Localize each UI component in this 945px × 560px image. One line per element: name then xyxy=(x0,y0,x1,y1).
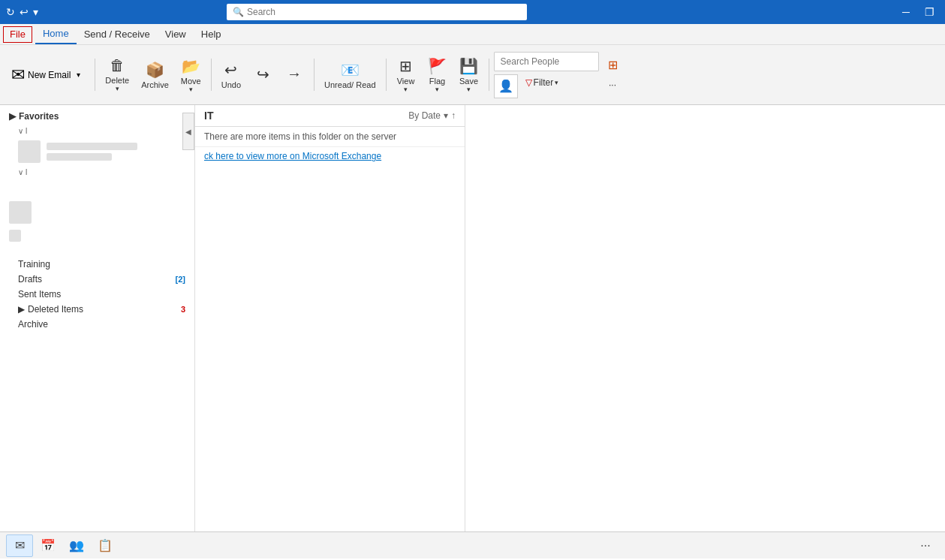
sidebar: ▶ Favorites ∨ I ∨ I xyxy=(0,105,195,531)
sidebar-item-training[interactable]: Training xyxy=(0,257,194,272)
email-folder-title: IT xyxy=(204,110,213,122)
move-button[interactable]: 📂 Move ▾ xyxy=(176,50,206,100)
ribbon-sep-3 xyxy=(314,59,314,91)
sidebar-item-archive[interactable]: Archive xyxy=(0,317,194,332)
reading-pane xyxy=(465,105,945,531)
title-bar: ↻ ↩ ▾ 🔍 ─ ❐ xyxy=(0,0,945,24)
sort-by-label: By Date xyxy=(408,110,441,121)
new-email-main-area[interactable]: ✉ New Email ▾ xyxy=(5,62,89,88)
new-email-envelope-icon: ✉ xyxy=(11,65,25,85)
title-bar-search-box[interactable]: 🔍 xyxy=(227,4,527,20)
archive-label: Archive xyxy=(141,80,169,89)
sort-direction-icon[interactable]: ↑ xyxy=(451,110,456,121)
forward-button[interactable]: → xyxy=(279,50,309,100)
window-minimize-button[interactable]: ─ xyxy=(898,6,914,18)
nav-people-button[interactable]: 👥 xyxy=(63,534,90,557)
filter-button[interactable]: ▽ Filter ▾ xyxy=(521,74,564,91)
nav-tasks-icon: 📋 xyxy=(98,538,113,552)
ribbon-view-group: ⊞ View ▾ 🚩 Flag ▾ 💾 Save ▾ xyxy=(391,48,484,101)
search-people-input[interactable] xyxy=(501,56,592,67)
menu-send-receive[interactable]: Send / Receive xyxy=(77,24,158,44)
nav-calendar-button[interactable]: 📅 xyxy=(35,534,62,557)
sidebar-loading-2 xyxy=(0,137,194,166)
redo-icon: ↪ xyxy=(257,65,269,83)
sidebar-content: ▶ Favorites ∨ I ∨ I xyxy=(0,105,194,531)
email-sort-controls[interactable]: By Date ▾ ↑ xyxy=(408,110,456,121)
main-layout: ▶ Favorites ∨ I ∨ I xyxy=(0,105,945,531)
view-button[interactable]: ⊞ View ▾ xyxy=(391,50,421,100)
unread-read-button[interactable]: 📧 Unread/ Read xyxy=(319,50,381,100)
move-label: Move xyxy=(181,77,201,86)
sort-dropdown-icon[interactable]: ▾ xyxy=(444,110,448,121)
drafts-folder-label: Drafts xyxy=(18,274,42,285)
undo-button[interactable]: ↩ Undo xyxy=(216,50,246,100)
filter-dropdown-arrow[interactable]: ▾ xyxy=(555,79,558,86)
nav-tasks-button[interactable]: 📋 xyxy=(92,534,119,557)
move-dropdown-arrow[interactable]: ▾ xyxy=(189,86,193,93)
archive-icon: 📦 xyxy=(146,61,164,79)
server-notice: There are more items in this folder on t… xyxy=(195,127,465,147)
menu-bar: File Home Send / Receive View Help xyxy=(0,24,945,45)
new-email-button[interactable]: ✉ New Email ▾ xyxy=(5,50,90,100)
server-link[interactable]: ck here to view more on Microsoft Exchan… xyxy=(204,151,381,161)
redo-button[interactable]: ↪ xyxy=(248,50,278,100)
undo-label: Undo xyxy=(221,80,241,89)
sidebar-loading-3: ∨ I xyxy=(0,166,194,179)
flag-dropdown-arrow[interactable]: ▾ xyxy=(435,86,439,93)
collapse-chevron-icon: ◀ xyxy=(185,128,191,136)
collapsed-arrow-1: ∨ I xyxy=(18,127,28,135)
nav-mail-button[interactable]: ✉ xyxy=(6,534,33,557)
deleted-expand-icon: ▶ xyxy=(18,304,25,315)
person-card-button[interactable]: 👤 xyxy=(494,74,518,98)
server-notice-text: There are more items in this folder on t… xyxy=(204,131,396,142)
ribbon-sep-1 xyxy=(95,59,95,91)
save-icon: 💾 xyxy=(459,57,478,75)
menu-file[interactable]: File xyxy=(3,26,32,43)
ribbon-sep-5 xyxy=(489,59,489,91)
deleted-folder-label: Deleted Items xyxy=(28,304,83,315)
loading-small-bar xyxy=(9,230,21,242)
menu-view[interactable]: View xyxy=(158,24,194,44)
unread-read-label: Unread/ Read xyxy=(324,80,376,89)
flag-button[interactable]: 🚩 Flag ▾ xyxy=(423,50,453,100)
training-folder-label: Training xyxy=(18,259,50,269)
sidebar-item-sent[interactable]: Sent Items xyxy=(0,287,194,302)
refresh-icon[interactable]: ↻ xyxy=(6,6,15,18)
archive-button[interactable]: 📦 Archive xyxy=(136,50,174,100)
more-options-button[interactable]: ··· xyxy=(603,77,622,93)
sidebar-favorites-header[interactable]: ▶ Favorites xyxy=(0,108,194,125)
filter-label: Filter xyxy=(534,77,554,88)
undo-icon[interactable]: ↩ xyxy=(20,6,29,18)
save-button[interactable]: 💾 Save ▾ xyxy=(454,50,484,100)
ribbon-nav-group: ↩ Undo ↪ → xyxy=(216,48,309,101)
view-dropdown-arrow[interactable]: ▾ xyxy=(404,86,408,93)
title-bar-search-input[interactable] xyxy=(247,7,521,17)
view-icon: ⊞ xyxy=(399,57,412,75)
nav-mail-icon: ✉ xyxy=(15,538,25,552)
view-label: View xyxy=(397,77,415,86)
save-dropdown-arrow[interactable]: ▾ xyxy=(467,86,471,93)
collapsed-arrow-2: ∨ I xyxy=(18,168,28,176)
email-list-header: IT By Date ▾ ↑ xyxy=(195,105,465,127)
more-options-icon: ··· xyxy=(609,80,616,90)
nav-more-button[interactable]: ··· xyxy=(912,534,939,557)
sidebar-collapse-button[interactable]: ◀ xyxy=(182,113,194,150)
ribbon-sep-2 xyxy=(211,59,212,91)
search-people-box[interactable] xyxy=(494,52,599,71)
ribbon-people-group: 👤 ▽ Filter ▾ xyxy=(494,52,599,98)
delete-dropdown-arrow[interactable]: ▾ xyxy=(116,85,119,92)
ribbon-extra-group: ⊞ ··· xyxy=(603,57,622,93)
new-email-dropdown-arrow[interactable]: ▾ xyxy=(74,71,83,79)
dropdown-icon[interactable]: ▾ xyxy=(33,6,38,18)
sidebar-item-drafts[interactable]: Drafts [2] xyxy=(0,272,194,287)
sidebar-item-deleted[interactable]: ▶ Deleted Items 3 xyxy=(0,302,194,317)
people-actions: 👤 ▽ Filter ▾ xyxy=(494,74,599,98)
delete-button[interactable]: 🗑 Delete ▾ xyxy=(100,50,134,100)
delete-label: Delete xyxy=(105,76,129,85)
nav-more-icon: ··· xyxy=(920,539,930,552)
window-restore-button[interactable]: ❐ xyxy=(920,6,939,18)
menu-home[interactable]: Home xyxy=(35,24,77,44)
todo-button[interactable]: ⊞ xyxy=(603,57,622,74)
deleted-folder-row: ▶ Deleted Items xyxy=(18,304,83,315)
menu-help[interactable]: Help xyxy=(194,24,229,44)
